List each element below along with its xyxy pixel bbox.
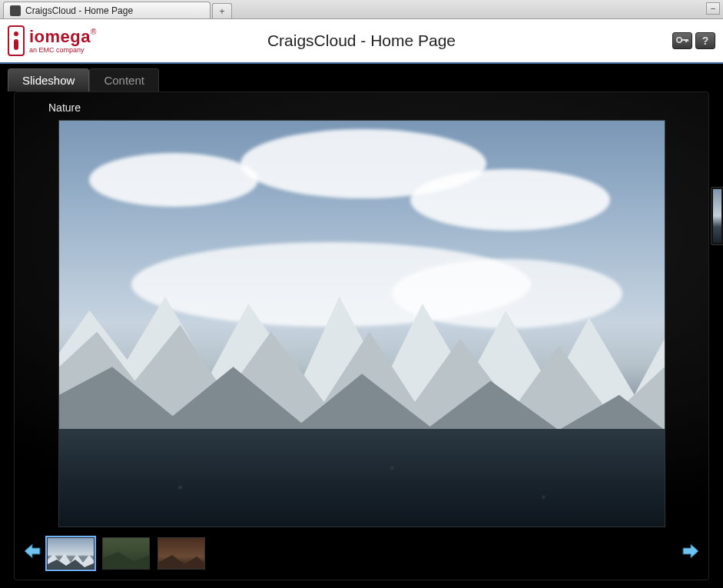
brand-logo[interactable]: iomega® an EMC company [8,25,96,56]
window-minimize-button[interactable]: – [706,2,720,15]
arrow-left-icon [23,543,41,560]
peek-thumbnail [713,189,721,243]
prev-image-button[interactable] [22,541,42,561]
page-title: CraigsCloud - Home Page [0,32,723,50]
tab-title: CraigsCloud - Home Page [25,5,133,16]
minimize-icon: – [711,4,715,12]
svg-marker-12 [683,544,698,558]
side-peek-panel[interactable] [711,187,723,245]
svg-rect-3 [688,39,689,42]
gallery-panel: Nature [14,91,709,580]
main-image[interactable] [58,120,665,527]
tab-content[interactable]: Content [89,68,159,91]
login-key-button[interactable] [672,32,692,49]
brand-suffix: ® [91,28,96,36]
svg-rect-2 [685,39,687,42]
key-icon [675,35,689,47]
next-image-button[interactable] [681,541,701,561]
svg-point-0 [677,38,682,42]
brand-name: iomega [29,27,91,46]
thumbnail-strip [47,527,676,572]
plus-icon: + [219,6,224,17]
svg-marker-11 [158,555,205,570]
brand-text: iomega® an EMC company [29,28,96,54]
image-mountains-region [59,254,665,437]
browser-tab-active[interactable]: CraigsCloud - Home Page [3,2,211,18]
new-tab-button[interactable]: + [212,3,232,18]
main-image-container [47,120,676,527]
thumbnail-3[interactable] [158,537,205,570]
iomega-logo-icon [8,25,25,56]
content-area: Slideshow Content Nature [0,64,723,588]
help-icon: ? [702,35,709,47]
brand-tagline: an EMC company [29,47,96,54]
thumbnail-1[interactable] [47,537,95,570]
help-button[interactable]: ? [695,32,715,49]
thumbnail-2[interactable] [102,537,150,570]
image-valley-region [59,429,665,527]
arrow-right-icon [682,543,700,560]
view-tabs: Slideshow Content [0,64,723,91]
album-title: Nature [48,101,676,114]
browser-tabstrip: CraigsCloud - Home Page + – [0,0,723,19]
svg-marker-7 [25,544,40,558]
tab-slideshow[interactable]: Slideshow [8,68,89,91]
svg-marker-10 [103,552,150,570]
header-actions: ? [672,32,715,49]
app-header: iomega® an EMC company CraigsCloud - Hom… [0,19,723,64]
tab-favicon [10,5,21,16]
